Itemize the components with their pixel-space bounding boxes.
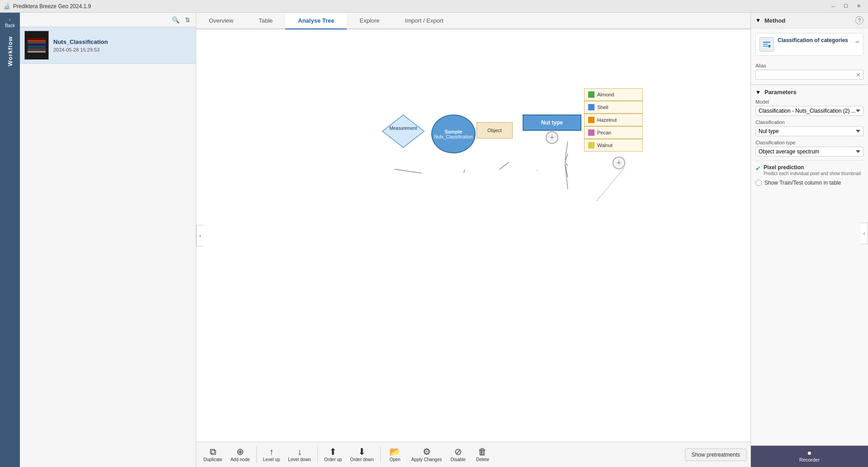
app-title: 🔬 Prediktera Breeze Geo 2024.1.9 — [4, 3, 91, 10]
apply-changes-icon: ⚙ — [423, 447, 431, 456]
classification-select[interactable]: Nut type — [755, 126, 863, 136]
close-button[interactable]: ✕ — [853, 2, 864, 11]
tab-overview[interactable]: Overview — [196, 13, 246, 29]
maximize-button[interactable]: ☐ — [840, 2, 852, 11]
pixel-prediction-row: ✔ Pixel prediction Predict each individu… — [755, 164, 863, 176]
svg-line-3 — [565, 142, 568, 160]
model-param: Model Classification - Nuts_Classificati… — [755, 99, 863, 116]
right-panel-expand-button[interactable]: › — [196, 225, 203, 247]
nut-type-node[interactable]: Nut type — [523, 114, 581, 131]
panel-item-name: Nuts_Classification — [53, 38, 108, 45]
disable-icon: ⊘ — [454, 447, 462, 456]
panel-item[interactable]: Nuts_Classification 2024-05-28 15:29:53 — [20, 27, 196, 64]
class-item-almond[interactable]: Almond — [584, 88, 643, 101]
method-title: Method — [764, 17, 785, 24]
add-class-button[interactable]: + — [613, 157, 625, 169]
tab-explore[interactable]: Explore — [347, 13, 392, 29]
disable-button[interactable]: ⊘ Disable — [446, 445, 470, 464]
canvas-area: Measurement Sample Nuts_Classification O… — [196, 29, 750, 442]
train-test-label: Show Train/Test column in table — [764, 180, 841, 186]
sample-node[interactable]: Sample Nuts_Classification — [431, 114, 476, 153]
classification-label: Classification — [755, 119, 863, 125]
classification-param: Classification Nut type — [755, 119, 863, 136]
apply-changes-button[interactable]: ⚙ Apply Changes — [408, 445, 446, 464]
params-section: ▼ Parameters Model Classification - Nuts… — [751, 85, 868, 190]
content-area: Overview Table Analyse Tree Explore Impo… — [196, 13, 750, 467]
level-up-button[interactable]: ↑ Level up — [259, 445, 284, 464]
panel-divider-2 — [755, 160, 863, 161]
svg-line-7 — [565, 164, 568, 189]
thumbnail-strips — [28, 38, 46, 52]
object-label: Object — [487, 128, 502, 133]
toolbar-separator-3 — [380, 447, 381, 463]
class-item-pecan[interactable]: Pecan — [584, 126, 643, 139]
shell-label: Shell — [597, 105, 608, 110]
classification-type-select[interactable]: Object average spectrum — [755, 147, 863, 157]
class-item-walnut[interactable]: Walnut — [584, 139, 643, 152]
almond-label: Almond — [597, 92, 614, 97]
order-down-button[interactable]: ⬇ Order down — [346, 445, 377, 464]
window-controls: ─ ☐ ✕ — [827, 2, 864, 11]
main-layout: ‹ Back Workflow 🔍 ⇅ — [0, 13, 868, 467]
duplicate-button[interactable]: ⧉ Duplicate — [200, 445, 226, 464]
order-up-button[interactable]: ⬆ Order up — [321, 445, 345, 464]
alias-clear-button[interactable]: ✕ — [854, 71, 863, 79]
panel-item-thumbnail — [24, 31, 49, 60]
tab-analyse-tree[interactable]: Analyse Tree — [285, 13, 347, 29]
alias-label: Alias — [755, 63, 863, 68]
measurement-node[interactable]: Measurement — [381, 113, 426, 149]
level-down-button[interactable]: ↓ Level down — [284, 445, 315, 464]
open-button[interactable]: 📂 Open — [383, 445, 407, 464]
add-node-button[interactable]: ⊕ Add node — [227, 445, 254, 464]
level-down-icon: ↓ — [297, 447, 302, 456]
svg-line-9 — [597, 168, 624, 201]
svg-rect-14 — [769, 45, 770, 48]
walnut-color — [588, 142, 594, 148]
right-panel: ▼ Method ? Classification of categories … — [750, 13, 868, 467]
hazelnut-color — [588, 117, 594, 123]
recorder-button[interactable]: ⏺ Recorder — [751, 446, 868, 467]
add-node-icon: ⊕ — [236, 447, 244, 456]
pixel-prediction-info: Pixel prediction Predict each individual… — [764, 164, 861, 176]
panel-collapse-button[interactable]: ‹ — [861, 223, 868, 244]
shell-color — [588, 104, 594, 110]
panel-item-info: Nuts_Classification 2024-05-28 15:29:53 — [53, 38, 108, 52]
svg-rect-11 — [763, 42, 770, 43]
model-select[interactable]: Classification - Nuts_Classification (2)… — [755, 106, 863, 116]
nut-type-label: Nut type — [541, 119, 563, 126]
sample-label-line2: Nuts_Classification — [434, 134, 472, 139]
method-section-header: ▼ Method ? — [751, 13, 868, 29]
svg-line-0 — [395, 169, 421, 173]
order-down-icon: ⬇ — [358, 447, 366, 456]
alias-input-wrap: ✕ — [755, 70, 863, 80]
svg-marker-10 — [382, 115, 424, 148]
params-title: Parameters — [764, 89, 797, 95]
tab-import-export[interactable]: Import / Export — [392, 13, 456, 29]
class-item-shell[interactable]: Shell — [584, 101, 643, 114]
tab-table[interactable]: Table — [246, 13, 285, 29]
train-test-checkbox[interactable] — [755, 180, 762, 186]
toolbar-separator-1 — [256, 447, 257, 463]
delete-button[interactable]: 🗑 Delete — [471, 445, 494, 464]
alias-input[interactable] — [756, 70, 854, 79]
svg-line-5 — [565, 162, 568, 166]
object-node[interactable]: Object — [476, 122, 513, 138]
class-item-hazelnut[interactable]: Hazelnut — [584, 114, 643, 126]
pixel-prediction-label: Pixel prediction — [764, 164, 861, 171]
workflow-sidebar: ‹ Back Workflow — [0, 13, 20, 467]
show-pretreatments-button[interactable]: Show pretreatments — [685, 448, 747, 461]
help-button[interactable]: ? — [855, 16, 863, 24]
method-minus-button[interactable]: − — [855, 38, 859, 46]
svg-line-1 — [464, 170, 465, 173]
minimize-button[interactable]: ─ — [827, 2, 839, 11]
search-button[interactable]: 🔍 — [170, 15, 181, 24]
sort-button[interactable]: ⇅ — [183, 15, 192, 24]
hazelnut-label: Hazelnut — [597, 117, 617, 123]
back-button[interactable]: ‹ Back — [1, 14, 19, 31]
duplicate-icon: ⧉ — [210, 447, 216, 456]
svg-rect-12 — [763, 44, 768, 45]
method-info: Classification of categories — [778, 37, 852, 43]
panel-item-date: 2024-05-28 15:29:53 — [53, 47, 108, 52]
svg-line-4 — [565, 153, 568, 162]
add-after-object-button[interactable]: + — [546, 131, 558, 144]
